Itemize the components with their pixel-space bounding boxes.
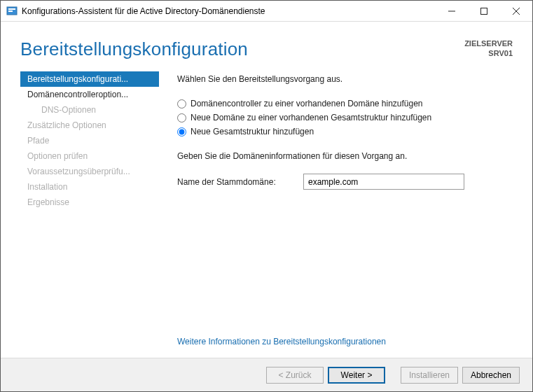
step-paths: Pfade	[20, 133, 159, 148]
step-dc-options[interactable]: Domänencontrolleroption...	[20, 87, 159, 102]
radio-label: Neue Domäne zu einer vorhandenen Gesamts…	[191, 113, 431, 122]
step-results: Ergebnisse	[20, 195, 159, 210]
titlebar: Konfigurations-Assistent für die Active …	[1, 1, 532, 22]
step-review-options: Optionen prüfen	[20, 148, 159, 164]
select-operation-label: Wählen Sie den Bereitstellungsvorgang au…	[177, 74, 513, 84]
minimize-button[interactable]	[436, 1, 468, 22]
radio-add-new-forest-input[interactable]	[177, 127, 186, 136]
svg-rect-4	[481, 8, 487, 14]
back-button: < Zurück	[266, 367, 324, 384]
maximize-button[interactable]	[468, 1, 500, 22]
root-domain-input[interactable]	[303, 174, 464, 190]
body: Bereitstellungskonfigurati... Domänencon…	[1, 71, 532, 358]
app-icon	[6, 6, 18, 17]
close-button[interactable]	[500, 1, 532, 22]
step-additional-options: Zusätzliche Optionen	[20, 118, 159, 133]
install-button: Installieren	[401, 367, 458, 384]
radio-add-dc-existing-domain[interactable]: Domänencontroller zu einer vorhandenen D…	[177, 97, 513, 111]
root-domain-label: Name der Stammdomäne:	[177, 177, 303, 187]
step-installation: Installation	[20, 179, 159, 195]
content-pane: Wählen Sie den Bereitstellungsvorgang au…	[159, 71, 513, 358]
cancel-button[interactable]: Abbrechen	[462, 367, 520, 384]
radio-label: Neue Gesamtstruktur hinzufügen	[191, 127, 314, 136]
target-server: ZIELSERVER SRV01	[464, 38, 513, 59]
step-dns-options: DNS-Optionen	[20, 102, 159, 118]
step-prereq-check: Voraussetzungsüberprüfu...	[20, 164, 159, 179]
radio-add-domain-existing-forest[interactable]: Neue Domäne zu einer vorhandenen Gesamts…	[177, 111, 513, 125]
footer: < Zurück Weiter > Installieren Abbrechen	[1, 358, 532, 391]
radio-add-dc-existing-domain-input[interactable]	[177, 99, 186, 108]
window-title: Konfigurations-Assistent für die Active …	[22, 6, 265, 16]
root-domain-row: Name der Stammdomäne:	[177, 174, 513, 190]
svg-rect-1	[8, 8, 15, 10]
more-info-link[interactable]: Weitere Informationen zu Bereitstellungs…	[177, 337, 513, 346]
target-server-label: ZIELSERVER	[464, 38, 513, 48]
domain-info-label: Geben Sie die Domäneninformationen für d…	[177, 151, 513, 161]
target-server-name: SRV01	[464, 48, 513, 58]
radio-add-new-forest[interactable]: Neue Gesamtstruktur hinzufügen	[177, 125, 513, 139]
svg-rect-2	[8, 10, 13, 12]
operation-radios: Domänencontroller zu einer vorhandenen D…	[177, 97, 513, 139]
radio-label: Domänencontroller zu einer vorhandenen D…	[191, 99, 423, 108]
step-deployment-config[interactable]: Bereitstellungskonfigurati...	[20, 71, 159, 87]
next-button[interactable]: Weiter >	[328, 367, 385, 384]
page-header: Bereitstellungskonfiguration ZIELSERVER …	[1, 22, 532, 71]
wizard-steps: Bereitstellungskonfigurati... Domänencon…	[20, 71, 159, 358]
radio-add-domain-existing-forest-input[interactable]	[177, 113, 186, 122]
wizard-window: Konfigurations-Assistent für die Active …	[0, 0, 533, 392]
page-title: Bereitstellungskonfiguration	[20, 38, 248, 60]
